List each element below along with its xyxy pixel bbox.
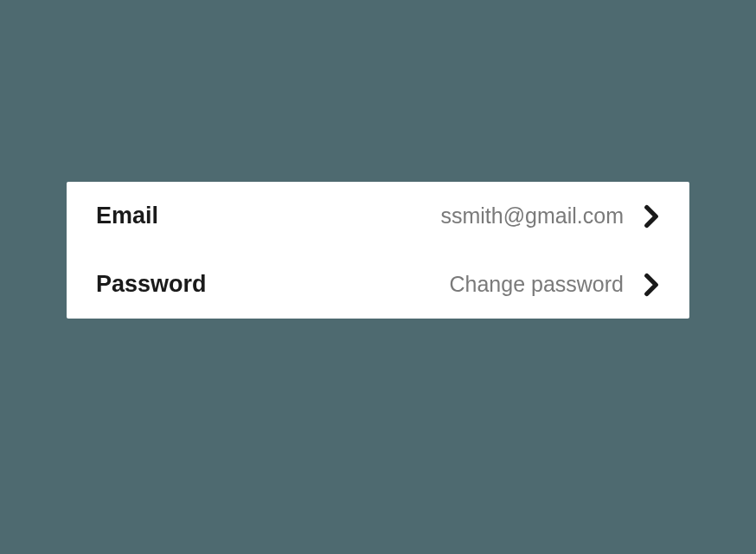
email-label: Email bbox=[96, 203, 158, 229]
settings-row-email[interactable]: Email ssmith@gmail.com bbox=[67, 182, 689, 250]
chevron-right-icon bbox=[639, 204, 663, 229]
settings-row-password[interactable]: Password Change password bbox=[67, 250, 689, 319]
account-settings-card: Email ssmith@gmail.com Password Change p… bbox=[67, 182, 689, 319]
password-value: Change password bbox=[207, 272, 624, 297]
email-value: ssmith@gmail.com bbox=[158, 203, 624, 229]
chevron-right-icon bbox=[639, 273, 663, 297]
password-label: Password bbox=[96, 271, 207, 298]
